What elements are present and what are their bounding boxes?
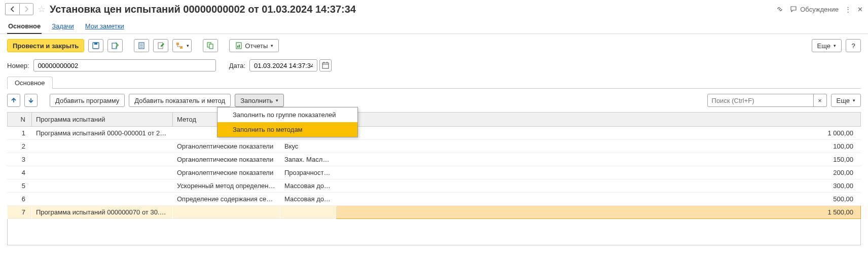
table-row[interactable]: 1Программа испытаний 0000-000001 от 28.0… xyxy=(8,127,861,140)
inner-tab-main[interactable]: Основное xyxy=(7,77,53,89)
header-more-button[interactable]: Еще ▾ xyxy=(812,39,842,52)
svg-rect-1 xyxy=(94,43,97,45)
cell-price[interactable]: 100,00 xyxy=(336,140,861,153)
tab-main[interactable]: Основное xyxy=(7,20,42,34)
arrow-down-icon xyxy=(27,96,35,104)
cell-price[interactable]: 300,00 xyxy=(336,179,861,193)
cell-n[interactable]: 1 xyxy=(8,127,32,140)
fill-dropdown: Заполнить по группе показателей Заполнит… xyxy=(217,107,358,137)
arrow-up-icon xyxy=(10,96,18,104)
close-icon[interactable]: ✕ xyxy=(857,6,863,13)
table-row[interactable]: 5Ускоренный метод определения серыМассов… xyxy=(8,179,861,193)
cell-indicator[interactable]: Массовая дол… xyxy=(280,179,336,193)
cell-price[interactable]: 1 500,00 xyxy=(336,206,861,219)
move-up-button[interactable] xyxy=(7,94,20,107)
post-and-close-label: Провести и закрыть xyxy=(13,42,79,50)
cell-program[interactable] xyxy=(32,153,173,166)
tab-notes[interactable]: Мои заметки xyxy=(84,20,125,33)
cell-method[interactable]: Определение содержания серы сж… xyxy=(173,193,280,206)
table-row[interactable]: 7Программа испытаний 000000070 от 30.11.… xyxy=(8,206,861,219)
number-label: Номер: xyxy=(7,62,29,69)
cell-method[interactable]: Ускоренный метод определения серы xyxy=(173,179,280,193)
data-table[interactable]: N Программа испытаний Метод а 1Программа… xyxy=(7,112,861,219)
reports-label: Отчеты xyxy=(245,42,268,50)
arrow-left-icon xyxy=(9,5,17,13)
cell-price[interactable]: 500,00 xyxy=(336,193,861,206)
search-clear-button[interactable]: × xyxy=(814,94,827,107)
arrow-right-icon xyxy=(22,5,30,13)
date-picker-button[interactable] xyxy=(319,59,332,71)
cell-n[interactable]: 6 xyxy=(8,193,32,206)
tab-tasks[interactable]: Задачи xyxy=(51,20,75,33)
post-and-close-button[interactable]: Провести и закрыть xyxy=(7,39,84,52)
cell-program[interactable] xyxy=(32,179,173,193)
table-row[interactable]: 4Органолептические показателиПрозрачност… xyxy=(8,166,861,179)
cell-n[interactable]: 4 xyxy=(8,166,32,179)
cell-program[interactable] xyxy=(32,140,173,153)
add-indicator-label: Добавить показатель и метод xyxy=(134,97,225,104)
col-price[interactable] xyxy=(336,113,861,127)
chevron-down-icon: ▾ xyxy=(271,43,273,48)
cell-method[interactable]: Органолептические показатели xyxy=(173,153,280,166)
date-input[interactable] xyxy=(249,59,317,71)
svg-rect-13 xyxy=(237,46,238,48)
structure-button[interactable]: ▾ xyxy=(172,39,192,52)
save-icon xyxy=(92,42,100,50)
table-row[interactable]: 2Органолептические показателиВкус100,00 xyxy=(8,140,861,153)
cell-n[interactable]: 2 xyxy=(8,140,32,153)
help-button[interactable]: ? xyxy=(846,39,861,52)
number-input[interactable] xyxy=(33,59,216,71)
cell-program[interactable] xyxy=(32,193,173,206)
cell-program[interactable]: Программа испытаний 0000-000001 от 28.01… xyxy=(32,127,173,140)
search-input[interactable] xyxy=(707,94,814,107)
link-icon[interactable] xyxy=(776,5,784,13)
cell-n[interactable]: 5 xyxy=(8,179,32,193)
cell-program[interactable] xyxy=(32,166,173,179)
fill-button[interactable]: Заполнить ▾ xyxy=(235,94,284,107)
related-icon xyxy=(206,42,214,50)
grid-empty-area xyxy=(7,219,861,245)
svg-rect-8 xyxy=(176,43,179,45)
discuss-button[interactable]: Обсуждение xyxy=(790,5,839,13)
col-program[interactable]: Программа испытаний xyxy=(32,113,173,127)
cell-program[interactable]: Программа испытаний 000000070 от 30.11.2… xyxy=(32,206,173,219)
cell-indicator[interactable] xyxy=(280,206,336,219)
post-button[interactable] xyxy=(107,39,123,52)
add-program-button[interactable]: Добавить программу xyxy=(50,94,125,107)
cell-price[interactable]: 200,00 xyxy=(336,166,861,179)
table-row[interactable]: 6Определение содержания серы сж…Массовая… xyxy=(8,193,861,206)
table-row[interactable]: 3Органолептические показателиЗапах. Масл… xyxy=(8,153,861,166)
cell-method[interactable]: Органолептические показатели xyxy=(173,166,280,179)
fill-by-group-item[interactable]: Заполнить по группе показателей xyxy=(218,107,357,122)
cell-indicator[interactable]: Прозрачность … xyxy=(280,166,336,179)
hierarchy-icon xyxy=(175,42,184,50)
svg-rect-11 xyxy=(209,44,213,49)
cell-indicator[interactable]: Вкус xyxy=(280,140,336,153)
cell-n[interactable]: 7 xyxy=(8,206,32,219)
cell-price[interactable]: 150,00 xyxy=(336,153,861,166)
move-down-button[interactable] xyxy=(24,94,38,107)
cell-indicator[interactable]: Массовая дол… xyxy=(280,193,336,206)
cell-price[interactable]: 1 000,00 xyxy=(336,127,861,140)
edit-report-button[interactable] xyxy=(153,39,168,52)
add-indicator-button[interactable]: Добавить показатель и метод xyxy=(129,94,231,107)
cell-indicator[interactable]: Запах. Масло … xyxy=(280,153,336,166)
page-title: Установка цен испытаний 00000000002 от 0… xyxy=(50,4,776,15)
cell-n[interactable]: 3 xyxy=(8,153,32,166)
document-icon xyxy=(137,42,146,50)
document-button[interactable] xyxy=(134,39,149,52)
related-documents-button[interactable] xyxy=(203,39,218,52)
nav-forward-button[interactable] xyxy=(19,3,33,15)
cell-method[interactable] xyxy=(173,206,280,219)
discuss-label: Обсуждение xyxy=(800,6,839,13)
save-button[interactable] xyxy=(88,39,103,52)
cell-method[interactable]: Органолептические показатели xyxy=(173,140,280,153)
svg-rect-15 xyxy=(322,63,329,68)
fill-by-methods-item[interactable]: Заполнить по методам xyxy=(218,122,357,137)
nav-back-button[interactable] xyxy=(5,3,19,15)
col-n[interactable]: N xyxy=(8,113,32,127)
favorite-star-icon[interactable]: ☆ xyxy=(38,4,46,15)
grid-more-button[interactable]: Еще ▾ xyxy=(831,94,861,107)
reports-button[interactable]: Отчеты ▾ xyxy=(229,39,279,52)
kebab-menu-icon[interactable]: ⋮ xyxy=(845,6,851,13)
